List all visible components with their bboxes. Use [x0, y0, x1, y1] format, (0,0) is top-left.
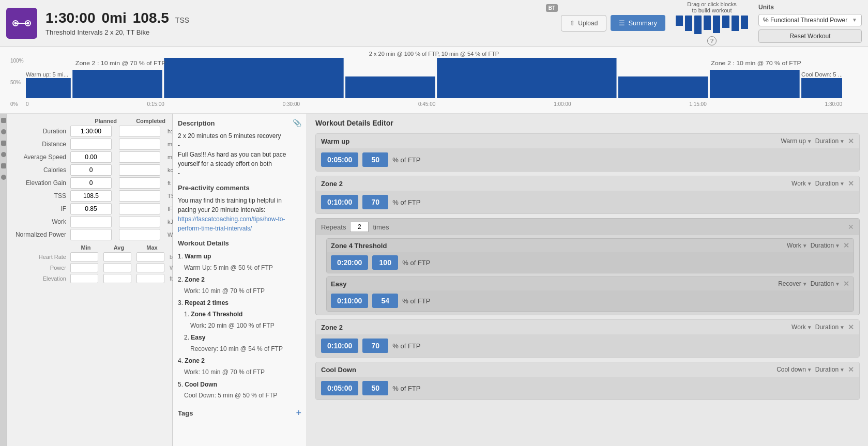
workout-duration: 1:30:00: [45, 10, 96, 26]
max-header: Max: [136, 244, 167, 251]
svg-rect-5: [26, 78, 71, 98]
segment-warm-up-body: 0:05:00 % of FTP: [316, 148, 859, 171]
tip-link[interactable]: https://fascatcoaching.com/tips/how-to-p…: [178, 216, 285, 232]
block-icon-4[interactable]: [704, 16, 711, 30]
summary-label: Summary: [628, 19, 657, 27]
drag-blocks-area: Drag or click blocks to build workout ?: [676, 1, 748, 45]
zone4-type-dropdown[interactable]: Work ▼: [787, 242, 808, 249]
workout-details-list: 1. Warm upWarm Up: 5 min @ 50 % of FTP 2…: [178, 251, 301, 402]
elevation-completed-input[interactable]: [119, 177, 160, 189]
distance-completed-input[interactable]: [119, 139, 160, 150]
elevation-planned-input[interactable]: [70, 177, 112, 189]
if-planned-input[interactable]: [70, 203, 112, 214]
block-icon-2[interactable]: [685, 16, 692, 31]
work-completed-input[interactable]: [119, 216, 160, 227]
cool-down-metric-dropdown[interactable]: Duration ▼: [815, 366, 845, 373]
zone2-second-pct-input[interactable]: [362, 339, 388, 353]
hr-min-input[interactable]: [70, 252, 98, 262]
zone2-first-metric-dropdown[interactable]: Duration ▼: [815, 180, 845, 187]
if-completed-input[interactable]: [119, 203, 160, 214]
tags-add-button[interactable]: +: [296, 408, 301, 419]
avg-header: Avg: [103, 244, 134, 251]
power-max-input[interactable]: [136, 263, 164, 272]
warm-up-metric-dropdown[interactable]: Duration ▼: [815, 137, 845, 145]
tss-completed-input[interactable]: [119, 190, 160, 202]
block-icon-1[interactable]: [676, 16, 683, 26]
repeat-close[interactable]: ✕: [848, 223, 854, 231]
cool-down-pct-input[interactable]: [362, 381, 388, 395]
repeat-block: Repeats times ✕ Zone 4 Threshold Work: [315, 218, 860, 315]
tss-planned-input[interactable]: [70, 190, 112, 202]
block-icon-6[interactable]: [722, 16, 729, 28]
zone2-second-close[interactable]: ✕: [848, 323, 854, 331]
calories-planned-input[interactable]: [70, 164, 112, 176]
elev-min-input[interactable]: [70, 274, 98, 283]
norm-power-completed-input[interactable]: [119, 229, 160, 240]
sidebar-icon-6[interactable]: [1, 175, 6, 180]
zone4-close[interactable]: ✕: [843, 241, 849, 250]
zone4-pct-input[interactable]: [372, 255, 398, 270]
workout-name: Threshold Intervals 2 x 20, TT Bike: [45, 28, 189, 36]
warm-up-close[interactable]: ✕: [848, 137, 854, 145]
svg-rect-7: [164, 58, 343, 98]
repeats-input[interactable]: [350, 222, 369, 232]
elev-avg-input[interactable]: [103, 274, 131, 283]
hr-max-input[interactable]: [136, 252, 164, 262]
units-select[interactable]: % Functional Threshold Power ▼: [758, 14, 862, 26]
hr-avg-input[interactable]: [103, 252, 131, 262]
upload-button[interactable]: ⇧ Upload: [561, 15, 606, 32]
summary-button[interactable]: ☰ Summary: [611, 15, 665, 31]
avg-speed-completed-input[interactable]: [119, 151, 160, 163]
work-label: Work: [11, 218, 68, 225]
power-min-input[interactable]: [70, 263, 98, 272]
block-icon-3[interactable]: [694, 16, 702, 34]
easy-close[interactable]: ✕: [843, 280, 849, 288]
sidebar-icon-2[interactable]: [1, 129, 6, 134]
sidebar-icon-3[interactable]: [1, 141, 6, 146]
easy-label: Easy: [331, 280, 346, 288]
cool-down-type-dropdown[interactable]: Cool down ▼: [776, 366, 812, 373]
calories-completed-input[interactable]: [119, 164, 160, 176]
easy-body: 0:10:00 % of FTP: [327, 290, 854, 311]
cool-down-close[interactable]: ✕: [848, 365, 854, 374]
sidebar-icon-5[interactable]: [1, 163, 6, 168]
help-icon[interactable]: ?: [707, 36, 717, 45]
block-icon-8[interactable]: [741, 16, 748, 29]
duration-label: Duration: [11, 128, 68, 135]
easy-pct-input[interactable]: [372, 294, 398, 308]
svg-rect-12: [801, 78, 842, 98]
sidebar-icon-1[interactable]: [1, 118, 6, 123]
duration-planned-input[interactable]: [70, 126, 112, 137]
chart-svg: Zone 2 : 10 min @ 70 % of FTP Warm up: 5…: [26, 58, 842, 98]
zone2-first-type-dropdown[interactable]: Work ▼: [791, 180, 812, 187]
power-avg-input[interactable]: [103, 263, 131, 272]
warm-up-pct-input[interactable]: [362, 152, 388, 167]
segment-warm-up-header: Warm up Warm up ▼ Duration ▼ ✕: [316, 134, 859, 148]
norm-power-planned-input[interactable]: [70, 229, 112, 240]
duration-completed-input[interactable]: [119, 126, 160, 137]
reset-workout-button[interactable]: Reset Workout: [758, 29, 862, 43]
easy-pct-label: % of FTP: [402, 297, 430, 305]
work-planned-input[interactable]: [70, 216, 112, 227]
sidebar-icon-4[interactable]: [1, 152, 6, 157]
warm-up-type-dropdown[interactable]: Warm up ▼: [781, 137, 812, 145]
distance-planned-input[interactable]: [70, 139, 112, 150]
zone2-first-close[interactable]: ✕: [848, 179, 854, 188]
zone2-second-type-dropdown[interactable]: Work ▼: [791, 324, 812, 331]
avg-speed-planned-input[interactable]: [70, 151, 112, 163]
easy-type-dropdown[interactable]: Recover ▼: [778, 280, 808, 287]
clip-icon[interactable]: 📎: [293, 119, 301, 127]
elev-max-input[interactable]: [136, 274, 164, 283]
zone2-second-metric-dropdown[interactable]: Duration ▼: [815, 324, 845, 331]
zone2-first-pct-input[interactable]: [362, 195, 388, 209]
x-label-90: 1:30:00: [825, 101, 842, 107]
zone2-second-body: 0:10:00 % of FTP: [316, 334, 859, 357]
block-icon-7[interactable]: [732, 16, 739, 31]
description-title: Description 📎: [178, 119, 301, 127]
zone4-metric-dropdown[interactable]: Duration ▼: [811, 242, 840, 249]
segment-zone2-first: Zone 2 Work ▼ Duration ▼ ✕ 0:10:00: [315, 176, 860, 214]
block-icon-5[interactable]: [713, 16, 720, 33]
easy-metric-dropdown[interactable]: Duration ▼: [811, 280, 840, 287]
zone4-time: 0:20:00: [331, 255, 368, 270]
x-axis-labels: 0 0:15:00 0:30:00 0:45:00 1:00:00 1:15:0…: [26, 101, 842, 107]
